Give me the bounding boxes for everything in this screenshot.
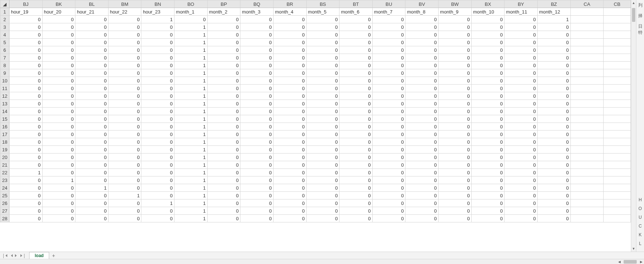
cell[interactable]: 0 [372, 169, 405, 176]
cell[interactable]: 0 [372, 176, 405, 184]
cell[interactable]: 0 [273, 215, 306, 222]
cell[interactable]: 0 [273, 161, 306, 169]
cell[interactable]: 0 [42, 108, 75, 115]
cell[interactable]: 0 [75, 46, 109, 54]
cell[interactable]: 0 [141, 77, 174, 85]
cell[interactable]: 0 [75, 146, 109, 154]
cell[interactable]: 0 [273, 154, 306, 161]
cell[interactable]: 0 [240, 62, 274, 69]
cell[interactable]: 1 [174, 108, 208, 115]
cell[interactable]: 0 [240, 161, 274, 169]
cell[interactable]: 0 [537, 39, 570, 46]
row-header[interactable]: 16 [0, 123, 9, 131]
cell[interactable]: 0 [372, 154, 405, 161]
cell[interactable] [604, 108, 631, 115]
cell[interactable]: 0 [339, 115, 373, 123]
cell[interactable]: 0 [42, 92, 75, 100]
cell[interactable] [570, 154, 604, 161]
cell[interactable]: 0 [537, 23, 570, 31]
cell[interactable]: 0 [9, 69, 42, 77]
cell[interactable]: 0 [273, 39, 306, 46]
cell[interactable] [570, 54, 604, 62]
cell[interactable] [570, 85, 604, 92]
cell[interactable]: 0 [439, 69, 472, 77]
cell[interactable] [604, 169, 631, 176]
cell[interactable]: 0 [108, 39, 141, 46]
cell[interactable]: 0 [306, 77, 339, 85]
sheet-tab-active[interactable]: load [29, 252, 49, 259]
cell[interactable]: 1 [174, 39, 208, 46]
cell[interactable]: 0 [405, 207, 439, 215]
cell[interactable]: 0 [372, 207, 405, 215]
cell[interactable] [570, 115, 604, 123]
cell[interactable]: 0 [339, 207, 373, 215]
cell[interactable]: month_6 [339, 8, 373, 16]
cell[interactable]: 0 [207, 161, 240, 169]
cell[interactable]: 0 [405, 154, 439, 161]
cell[interactable]: 0 [504, 199, 538, 207]
cell[interactable]: 0 [339, 46, 373, 54]
cell[interactable]: 0 [240, 31, 274, 39]
table-row[interactable]: 2700000100000000000 [0, 207, 631, 215]
cell[interactable]: 1 [174, 31, 208, 39]
row-header[interactable]: 14 [0, 108, 9, 115]
cell[interactable]: 0 [207, 207, 240, 215]
cell[interactable]: 0 [405, 100, 439, 108]
cell[interactable]: 0 [141, 192, 174, 199]
cell[interactable] [570, 161, 604, 169]
cell[interactable]: 0 [439, 199, 472, 207]
cell[interactable]: 0 [405, 184, 439, 192]
cell[interactable]: 0 [405, 54, 439, 62]
cell[interactable] [604, 85, 631, 92]
col-header[interactable]: BV [405, 0, 439, 8]
hscroll-thumb[interactable] [624, 260, 637, 264]
cell[interactable]: 0 [504, 192, 538, 199]
cell[interactable]: 0 [141, 161, 174, 169]
cell[interactable]: 1 [42, 176, 75, 184]
cell[interactable]: 0 [240, 100, 274, 108]
cell[interactable]: month_11 [504, 8, 538, 16]
cell[interactable]: 0 [306, 108, 339, 115]
row-header[interactable]: 7 [0, 54, 9, 62]
cell[interactable]: 1 [174, 46, 208, 54]
cell[interactable]: 0 [537, 108, 570, 115]
col-header[interactable]: BK [42, 0, 75, 8]
cell[interactable]: month_7 [372, 8, 405, 16]
cell[interactable] [604, 115, 631, 123]
cell[interactable]: 0 [108, 169, 141, 176]
cell[interactable]: 0 [75, 207, 109, 215]
cell[interactable]: 0 [141, 23, 174, 31]
cell[interactable]: 0 [141, 46, 174, 54]
cell[interactable]: 0 [439, 23, 472, 31]
cell[interactable]: 0 [504, 176, 538, 184]
cell[interactable]: 0 [339, 123, 373, 131]
cell[interactable]: 0 [339, 85, 373, 92]
cell[interactable]: 0 [42, 154, 75, 161]
add-sheet-button[interactable]: + [52, 253, 55, 259]
cell[interactable]: 0 [42, 169, 75, 176]
cell[interactable]: 0 [273, 85, 306, 92]
row-header[interactable]: 22 [0, 169, 9, 176]
table-row[interactable]: 2800000100000000000 [0, 215, 631, 222]
cell[interactable]: 0 [306, 169, 339, 176]
cell[interactable]: month_4 [273, 8, 306, 16]
cell[interactable]: 0 [471, 115, 504, 123]
cell[interactable]: 0 [372, 192, 405, 199]
row-header[interactable]: 17 [0, 131, 9, 138]
table-row[interactable]: 1300000100000000000 [0, 100, 631, 108]
cell[interactable]: 0 [439, 108, 472, 115]
cell[interactable]: 0 [75, 54, 109, 62]
cell[interactable]: month_5 [306, 8, 339, 16]
cell[interactable]: month_2 [207, 8, 240, 16]
cell[interactable]: 0 [9, 16, 42, 23]
table-row[interactable]: 1800000100000000000 [0, 138, 631, 146]
cell[interactable]: 0 [306, 146, 339, 154]
cell[interactable]: 1 [108, 192, 141, 199]
cell[interactable]: 0 [273, 146, 306, 154]
cell[interactable]: 0 [273, 92, 306, 100]
cell[interactable]: 0 [339, 161, 373, 169]
cell[interactable]: 0 [42, 39, 75, 46]
cell[interactable]: 0 [537, 100, 570, 108]
cell[interactable]: 0 [240, 146, 274, 154]
cell[interactable]: 0 [372, 77, 405, 85]
